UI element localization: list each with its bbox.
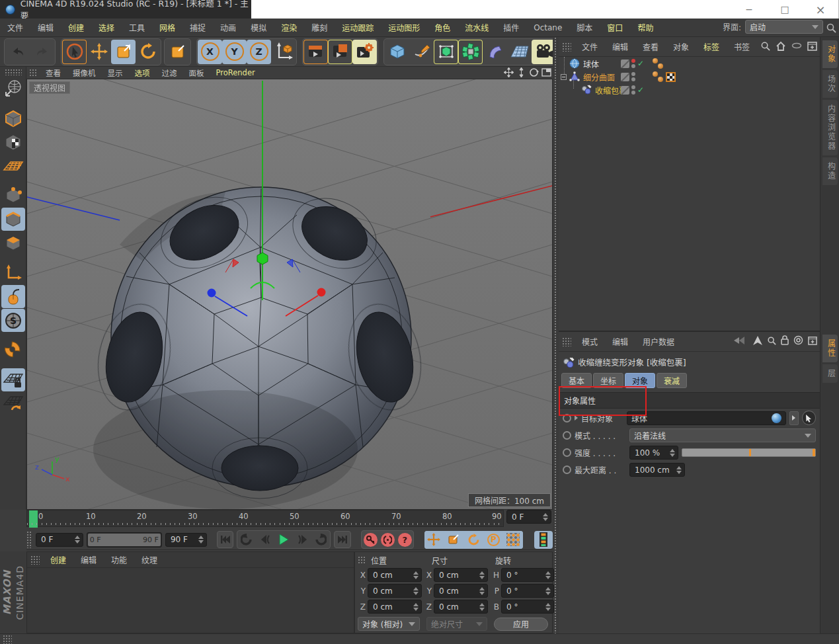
tweak-mode-button[interactable] (1, 285, 25, 308)
frame-range-slider[interactable]: 0 F 90 F (87, 532, 162, 547)
goto-start-button[interactable] (217, 531, 233, 548)
viewport-menu-grip[interactable] (29, 69, 37, 77)
tab-falloff[interactable]: 衰减 (657, 373, 687, 388)
size-y-input[interactable]: 0 cm (434, 584, 488, 598)
controls-grip[interactable] (26, 531, 32, 548)
anim-toggle-icon[interactable] (563, 448, 571, 457)
keyframe-options-button[interactable]: ? (396, 531, 413, 548)
dock-tab-attributes[interactable]: 属性 (822, 335, 838, 362)
model-mode-button[interactable] (1, 106, 25, 130)
z-axis-lock-button[interactable]: Z (247, 40, 271, 64)
pos-z-input[interactable]: 0 cm (368, 600, 422, 614)
om-add-icon[interactable] (807, 40, 817, 51)
menu-octane[interactable]: Octane (526, 19, 569, 37)
add-cube-button[interactable] (385, 40, 409, 64)
make-editable-button[interactable] (1, 77, 25, 100)
layer-swatch[interactable] (621, 60, 629, 68)
om-eye-icon[interactable] (791, 42, 802, 49)
polygons-mode-button[interactable] (1, 231, 25, 255)
object-name[interactable]: 球体 (583, 58, 599, 69)
dock-tab-content-browser[interactable]: 内容浏览器 (822, 100, 838, 155)
texture-mode-button[interactable] (1, 130, 25, 153)
menu-pipeline[interactable]: 流水线 (458, 19, 496, 37)
am-grip[interactable] (562, 337, 571, 346)
om-search-icon[interactable] (760, 41, 770, 51)
viewport-solo-button[interactable]: S (1, 309, 25, 332)
am-menu-userdata[interactable]: 用户数据 (635, 336, 682, 347)
gizmo-y-handle[interactable] (257, 253, 268, 264)
vp-menu-display[interactable]: 显示 (102, 67, 129, 78)
toggle-panel-icon[interactable] (541, 67, 551, 77)
menu-motion-tracker[interactable]: 运动跟踪 (335, 19, 381, 37)
menu-tools[interactable]: 工具 (122, 19, 152, 37)
menu-script[interactable]: 脚本 (569, 19, 600, 37)
tree-row-sphere[interactable]: 球体 ✓ (559, 57, 820, 70)
am-up-icon[interactable] (753, 336, 762, 345)
viewport-canvas[interactable]: y x z 透视视图 网格间距：100 cm (26, 79, 553, 510)
scale-tool-button[interactable] (111, 40, 136, 64)
enable-axis-button[interactable] (1, 261, 25, 284)
pos-y-input[interactable]: 0 cm (368, 584, 422, 598)
minimize-button[interactable]: − (740, 3, 758, 16)
lock-workplane-button[interactable] (1, 368, 25, 391)
last-tool-button[interactable] (165, 40, 190, 64)
tab-object[interactable]: 对象 (625, 373, 655, 388)
anim-toggle-icon[interactable] (563, 465, 571, 474)
render-view-button[interactable] (303, 40, 328, 64)
size-x-input[interactable]: 0 cm (434, 568, 488, 582)
om-menu-tags[interactable]: 标签 (696, 41, 727, 52)
pan-view-icon[interactable] (504, 67, 514, 77)
coordinate-system-button[interactable] (271, 40, 296, 64)
am-focus-icon[interactable] (793, 335, 803, 345)
mat-menu-function[interactable]: 功能 (104, 554, 134, 565)
menu-edit[interactable]: 编辑 (30, 19, 61, 37)
target-pick-button[interactable] (802, 411, 816, 425)
play-button[interactable] (274, 531, 293, 548)
align-workplane-button[interactable] (1, 392, 25, 415)
maxdistance-input[interactable]: 1000 cm (629, 463, 685, 477)
autokey-button[interactable] (379, 531, 396, 548)
key-pla-button[interactable] (504, 531, 523, 549)
editor-visibility-dot[interactable] (631, 72, 635, 76)
render-settings-button[interactable] (352, 40, 377, 64)
menu-snap[interactable]: 捕捉 (182, 19, 213, 37)
enabled-check[interactable]: ✓ (637, 59, 644, 68)
collapse-toggle[interactable] (561, 74, 567, 80)
material-grip[interactable] (30, 555, 40, 565)
selected-tag-icon[interactable] (666, 72, 676, 82)
coords-grip[interactable] (358, 556, 366, 564)
layer-swatch[interactable] (621, 86, 629, 95)
dock-tab-layers[interactable]: 层 (822, 364, 838, 383)
menu-create[interactable]: 创建 (61, 19, 91, 37)
next-frame-button[interactable] (293, 531, 311, 548)
move-tool-button[interactable] (87, 40, 111, 64)
vp-menu-options[interactable]: 选项 (129, 67, 156, 78)
expand-arrow-icon[interactable] (575, 415, 578, 421)
tab-basic[interactable]: 基本 (561, 373, 592, 388)
am-lock-icon[interactable] (781, 335, 789, 345)
object-name[interactable]: 细分曲面 (583, 71, 615, 83)
editor-visibility-dot[interactable] (631, 59, 635, 63)
x-axis-lock-button[interactable]: X (198, 40, 222, 64)
dock-tab-takes[interactable]: 场次 (822, 70, 838, 98)
play-forwards-button[interactable] (311, 531, 330, 548)
current-frame-input[interactable]: 0 F (506, 510, 551, 524)
am-menu-edit[interactable]: 编辑 (605, 336, 635, 347)
rot-b-input[interactable]: 0 ° (501, 600, 554, 614)
live-selection-button[interactable] (62, 40, 87, 64)
menu-window[interactable]: 窗口 (600, 19, 630, 37)
apply-button[interactable]: 应用 (494, 618, 548, 631)
rot-p-input[interactable]: 0 ° (501, 584, 554, 598)
om-menu-view[interactable]: 查看 (635, 41, 666, 52)
material-list-area[interactable] (27, 568, 354, 631)
gizmo-x-handle[interactable] (317, 288, 326, 297)
bend-deformer-button[interactable] (483, 40, 507, 64)
menu-help[interactable]: 帮助 (630, 19, 660, 37)
target-object-field[interactable]: 球体 (627, 411, 786, 425)
menu-mograph[interactable]: 运动图形 (381, 19, 427, 37)
menu-mesh[interactable]: 网格 (152, 19, 182, 37)
key-parameter-button[interactable]: P (484, 531, 503, 549)
previous-frame-button[interactable] (256, 531, 274, 548)
anim-toggle-icon[interactable] (563, 414, 571, 423)
rotate-view-icon[interactable] (529, 67, 539, 77)
